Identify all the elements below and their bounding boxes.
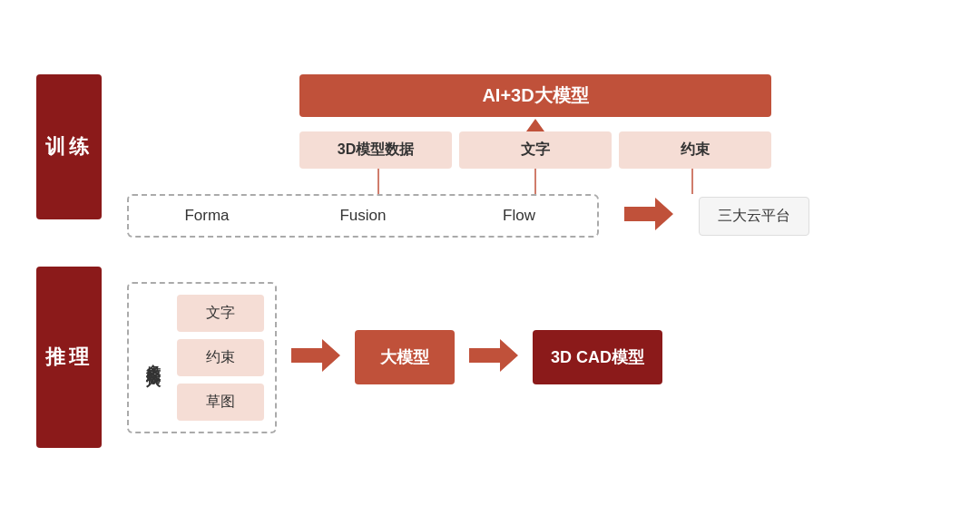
platform-flow: Flow xyxy=(441,196,597,236)
inference-section: 推理 多模态输入 文字 约束 草图 大模型 xyxy=(36,267,944,448)
connector-svg xyxy=(299,169,771,194)
input-sketch: 草图 xyxy=(177,384,264,421)
arrow-right-svg-2 xyxy=(469,339,518,372)
arrow-right-svg xyxy=(624,198,673,230)
large-model-box: 大模型 xyxy=(355,330,455,384)
platform-fusion: Fusion xyxy=(285,196,441,236)
arrow-right-svg-1 xyxy=(291,339,340,372)
cad-model-box: 3D CAD模型 xyxy=(533,330,662,384)
platform-forma: Forma xyxy=(129,196,285,236)
arrow-to-cad-model xyxy=(469,339,518,375)
svg-marker-5 xyxy=(469,339,518,372)
data-box-3d: 3D模型数据 xyxy=(299,131,452,169)
training-section: 训练 AI+3D大模型 3D模型数据 文字 约束 xyxy=(36,67,944,238)
data-box-text: 文字 xyxy=(459,131,612,169)
data-box-constraint: 约束 xyxy=(619,131,771,169)
arrow-to-large-model xyxy=(291,339,340,375)
platforms-row: Forma Fusion Flow 三大云平台 xyxy=(127,194,944,238)
platforms-dashed: Forma Fusion Flow xyxy=(127,194,599,238)
multi-modal-box: 多模态输入 文字 约束 草图 xyxy=(127,282,277,433)
modal-inputs: 文字 约束 草图 xyxy=(177,295,264,421)
input-constraint: 约束 xyxy=(177,339,264,376)
data-boxes-row: 3D模型数据 文字 约束 xyxy=(299,131,771,169)
cloud-platform-box: 三大云平台 xyxy=(699,197,809,236)
inference-label: 推理 xyxy=(36,267,102,448)
training-label: 训练 xyxy=(36,74,102,219)
main-container: 训练 AI+3D大模型 3D模型数据 文字 约束 xyxy=(36,67,944,448)
input-text: 文字 xyxy=(177,295,264,332)
arrow-to-cloud xyxy=(624,198,673,234)
svg-marker-3 xyxy=(624,198,673,230)
svg-marker-4 xyxy=(291,339,340,372)
multi-modal-label: 多模态输入 xyxy=(140,345,166,369)
arrow-data-to-ai xyxy=(526,119,544,131)
ai-model-box: AI+3D大模型 xyxy=(299,74,771,117)
